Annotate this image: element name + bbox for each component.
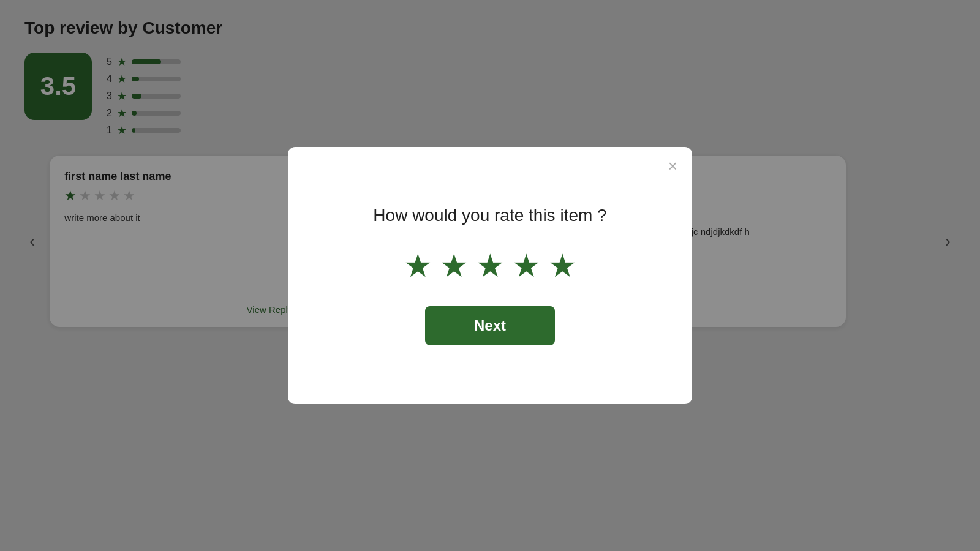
rating-modal: × How would you rate this item ? ★★★★★ N… [288,147,692,404]
modal-star-icon[interactable]: ★ [404,247,432,284]
modal-stars: ★★★★★ [404,247,577,284]
modal-close-button[interactable]: × [668,158,677,174]
modal-star-icon[interactable]: ★ [548,247,577,284]
modal-star-icon[interactable]: ★ [476,247,505,284]
modal-star-icon[interactable]: ★ [512,247,541,284]
modal-overlay[interactable]: × How would you rate this item ? ★★★★★ N… [0,0,980,551]
modal-star-icon[interactable]: ★ [440,247,469,284]
modal-title: How would you rate this item ? [373,206,606,225]
modal-next-button[interactable]: Next [425,306,555,345]
